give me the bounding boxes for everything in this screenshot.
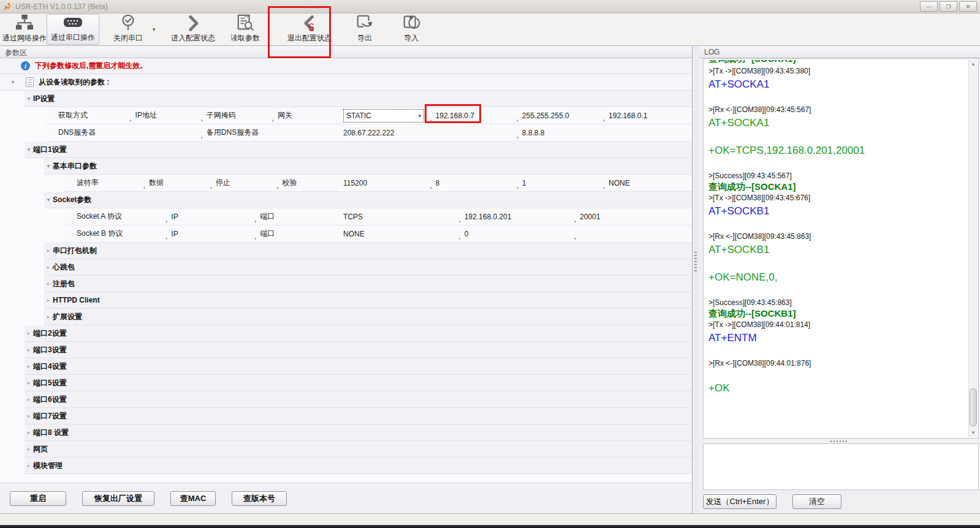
close-serial-dropdown-arrow[interactable]: ▾ [150,14,158,45]
section-title: 串口打包机制 [53,246,97,256]
param-value[interactable]: ,192.168.0.201 [458,213,574,221]
log-line [708,92,966,104]
restore-button[interactable]: ❐ [940,1,957,12]
horizontal-splitter[interactable] [699,439,980,443]
expand-arrow-icon[interactable]: ▸ [25,380,33,386]
expand-arrow-icon[interactable]: ▸ [25,462,33,469]
collapse-arrow-icon[interactable]: ▾ [44,163,53,169]
tree-section-socket[interactable]: ▾ Socket参数 [44,192,692,208]
tree-item[interactable]: ▸注册包 [44,276,692,292]
toolbar-button-serial-mode[interactable]: 通过串口操作 [47,14,99,45]
param-value[interactable]: , [574,230,689,238]
param-value[interactable]: ,8.8.8.8 [517,129,690,137]
expand-arrow-icon[interactable]: ▸ [44,297,53,303]
collapse-arrow-icon[interactable]: ▾ [25,96,33,102]
tree-root[interactable]: ▾ 从设备读取到的参数 : [0,74,692,91]
expand-arrow-icon[interactable]: ▸ [25,396,33,402]
tree-item[interactable]: ▸端口6设置 [25,391,692,408]
tree-item[interactable]: ▸串口打包机制 [44,243,692,259]
collapse-arrow-icon[interactable]: ▾ [25,146,33,153]
expand-arrow-icon[interactable]: ▸ [44,314,53,320]
toolbar-button-enter-config[interactable]: 进入配置状态 [167,14,219,45]
log-line: AT+ENTM [708,330,966,346]
toolbar-button-import[interactable]: 导入 [393,14,429,45]
ip-mode-combobox[interactable]: STATIC▾ [343,109,424,123]
row-labels: Socket A 协议,IP,端口 [64,211,343,222]
chevron-right-icon [184,14,202,32]
param-value[interactable]: ,1 [517,179,603,187]
log-line: >[Rx <-][COM38][09:44:01:876] [708,358,966,369]
vertical-splitter[interactable] [693,46,699,513]
expand-arrow-icon[interactable]: ▸ [25,446,33,452]
expand-arrow-icon[interactable]: ▸ [25,347,33,353]
expand-arrow-icon[interactable]: ▸ [25,363,33,369]
param-label: DNS服务器 [58,127,201,138]
tree-item[interactable]: ▸网页 [25,441,692,458]
expand-arrow-icon[interactable]: ▸ [44,264,53,270]
toolbar-label: 通过网络操作 [2,33,47,43]
tree-item[interactable]: ▸模块管理 [25,458,692,474]
toolbar-button-export[interactable]: 导出 [347,14,382,45]
param-value[interactable]: ,255.255.255.0 [517,109,603,123]
expand-arrow-icon[interactable]: ▸ [44,281,53,287]
log-view[interactable]: 查询成功--[SOCKA1]>[Tx ->][COM38][09:43:45:3… [708,60,966,437]
app-logo-icon [3,2,12,11]
tree-item[interactable]: ▸端口8 设置 [25,424,692,441]
param-value[interactable]: ,20001 [574,213,689,221]
scrollbar-thumb[interactable] [970,388,977,426]
tree-item[interactable]: ▸端口7设置 [25,408,692,424]
log-line: AT+SOCKB1 [708,242,966,258]
param-value[interactable]: ,192.168.0.1 [603,109,689,123]
expand-arrow-icon[interactable]: ▸ [25,413,33,419]
collapse-arrow-icon[interactable]: ▾ [9,79,17,85]
scroll-up-icon[interactable]: ▲ [969,59,978,69]
param-value[interactable]: 115200 [343,179,430,187]
param-value[interactable]: ,192.168.0.7 [430,109,516,123]
app-window: USR-ETH V1.0.0.137 (Beta) — ❐ ✕ 通过网络操作 [0,0,980,528]
expand-arrow-icon[interactable]: ▸ [25,330,33,336]
tree-section-port1[interactable]: ▾ 端口1设置 [25,141,692,158]
tree-item[interactable]: ▸端口3设置 [25,342,692,358]
param-value[interactable]: ,8 [430,179,516,187]
tree-item[interactable]: ▸端口4设置 [25,358,692,375]
clear-button[interactable]: 清空 [792,494,841,509]
tree-item[interactable]: ▸端口2设置 [25,325,692,342]
toolbar-button-read-params[interactable]: 读取参数 [226,14,265,45]
param-row-socket-b: Socket B 协议,IP,端口 NONE,0, [64,225,692,243]
send-input[interactable] [703,443,979,490]
tree-section-serial-basic[interactable]: ▾ 基本串口参数 [44,158,692,175]
factory-reset-button[interactable]: 恢复出厂设置 [82,491,154,506]
toolbar-label: 关闭串口 [113,33,143,43]
param-value[interactable]: ,0 [458,230,574,238]
query-version-button[interactable]: 查版本号 [232,491,287,506]
restart-button[interactable]: 重启 [10,491,66,506]
param-value[interactable]: ,NONE [603,179,689,187]
collapse-arrow-icon[interactable]: ▾ [44,197,53,203]
row-values: 115200,8,1,NONE [343,179,692,187]
toolbar-button-close-serial[interactable]: 关闭串口 [107,14,150,45]
param-label: ,校验 [276,178,343,188]
tree-item[interactable]: ▸心跳包 [44,259,692,276]
param-value[interactable]: STATIC▾ [343,109,430,123]
log-scrollbar[interactable]: ▲ ▼ [968,59,978,437]
status-bar [0,513,980,525]
query-mac-button[interactable]: 查MAC [170,491,216,506]
tree-item[interactable]: ▸扩展设置 [44,309,692,325]
send-button[interactable]: 发送（Ctrl+Enter） [703,494,777,509]
splitter-grip [694,252,697,273]
expand-arrow-icon[interactable]: ▸ [25,429,33,436]
close-button[interactable]: ✕ [959,1,977,12]
toolbar-label: 导出 [357,33,372,43]
tree-section-ip[interactable]: ▾ IP设置 [25,91,692,107]
minimize-button[interactable]: — [920,1,938,12]
tree-item[interactable]: ▸端口5设置 [25,375,692,391]
scroll-down-icon[interactable]: ▼ [969,428,978,437]
param-value[interactable]: NONE [343,230,458,238]
section-title: 端口3设置 [33,345,67,355]
section-title: 心跳包 [53,262,75,273]
param-value[interactable]: 208.67.222.222 [343,129,517,137]
tree-item[interactable]: ▸HTTPD Client [44,292,692,309]
param-value[interactable]: TCPS [343,213,458,221]
toolbar-button-network-mode[interactable]: 通过网络操作 [2,14,47,45]
expand-arrow-icon[interactable]: ▸ [44,247,53,254]
